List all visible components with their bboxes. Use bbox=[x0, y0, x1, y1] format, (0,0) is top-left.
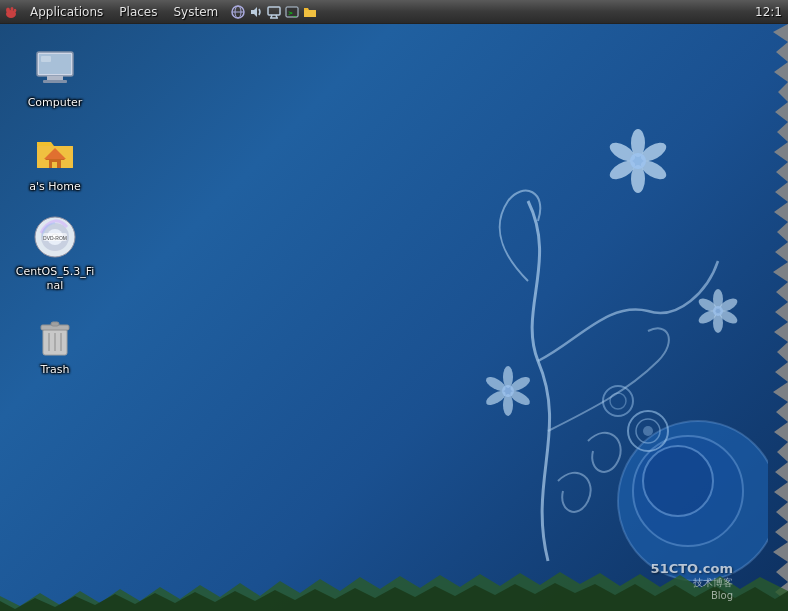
svg-point-17 bbox=[643, 446, 713, 516]
computer-icon[interactable]: Computer bbox=[10, 40, 100, 114]
svg-rect-14 bbox=[304, 10, 316, 17]
places-menu[interactable]: Places bbox=[111, 0, 165, 23]
svg-point-29 bbox=[630, 153, 646, 169]
display-icon[interactable] bbox=[266, 4, 282, 20]
svg-rect-47 bbox=[43, 80, 67, 83]
svg-text:>_: >_ bbox=[288, 9, 297, 17]
svg-rect-8 bbox=[268, 7, 280, 15]
home-label: a's Home bbox=[29, 180, 80, 194]
taskbar: Applications Places System bbox=[0, 0, 788, 24]
taskbar-icons: >_ bbox=[226, 4, 322, 20]
trash-icon[interactable]: Trash bbox=[10, 307, 100, 381]
computer-icon-image bbox=[31, 44, 79, 92]
taskbar-left: Applications Places System bbox=[0, 0, 749, 23]
svg-point-1 bbox=[6, 7, 10, 12]
trash-icon-image bbox=[31, 311, 79, 359]
floral-decoration bbox=[348, 81, 768, 581]
taskbar-clock[interactable]: 12:1 bbox=[749, 5, 788, 19]
terminal-icon[interactable]: >_ bbox=[284, 4, 300, 20]
system-menu[interactable]: System bbox=[165, 0, 226, 23]
home-icon-image bbox=[31, 128, 79, 176]
volume-icon[interactable] bbox=[248, 4, 264, 20]
desktop-icons: Computer a's Home bbox=[0, 30, 110, 391]
trash-label: Trash bbox=[40, 363, 69, 377]
watermark-site: 51CTO.com bbox=[651, 561, 733, 576]
dvd-label: CentOS_5.3_Final bbox=[14, 265, 96, 294]
svg-point-30 bbox=[503, 366, 513, 388]
dvd-icon[interactable]: DVD-ROM CentOS_5.3_Final bbox=[10, 209, 100, 298]
svg-rect-46 bbox=[47, 76, 63, 80]
dvd-icon-image: DVD-ROM bbox=[31, 213, 79, 261]
svg-rect-52 bbox=[52, 162, 57, 168]
computer-label: Computer bbox=[28, 96, 83, 110]
svg-text:DVD-ROM: DVD-ROM bbox=[43, 235, 67, 241]
svg-point-3 bbox=[14, 8, 17, 12]
torn-right-edge bbox=[738, 24, 788, 611]
watermark-blog: Blog bbox=[711, 590, 733, 601]
svg-rect-62 bbox=[51, 322, 59, 326]
svg-point-2 bbox=[11, 7, 14, 11]
gnome-foot-icon[interactable] bbox=[2, 3, 20, 21]
svg-point-20 bbox=[643, 426, 653, 436]
folder-icon[interactable] bbox=[302, 4, 318, 20]
watermark: 51CTO.com 技术博客 Blog bbox=[651, 561, 733, 601]
svg-point-36 bbox=[502, 385, 514, 397]
applications-menu[interactable]: Applications bbox=[22, 0, 111, 23]
home-icon[interactable]: a's Home bbox=[10, 124, 100, 198]
svg-marker-7 bbox=[251, 7, 257, 17]
svg-point-21 bbox=[603, 386, 633, 416]
svg-point-33 bbox=[503, 394, 513, 416]
watermark-tagline: 技术博客 bbox=[693, 576, 733, 590]
network-icon[interactable] bbox=[230, 4, 246, 20]
svg-point-43 bbox=[713, 306, 723, 316]
svg-rect-48 bbox=[41, 56, 51, 62]
